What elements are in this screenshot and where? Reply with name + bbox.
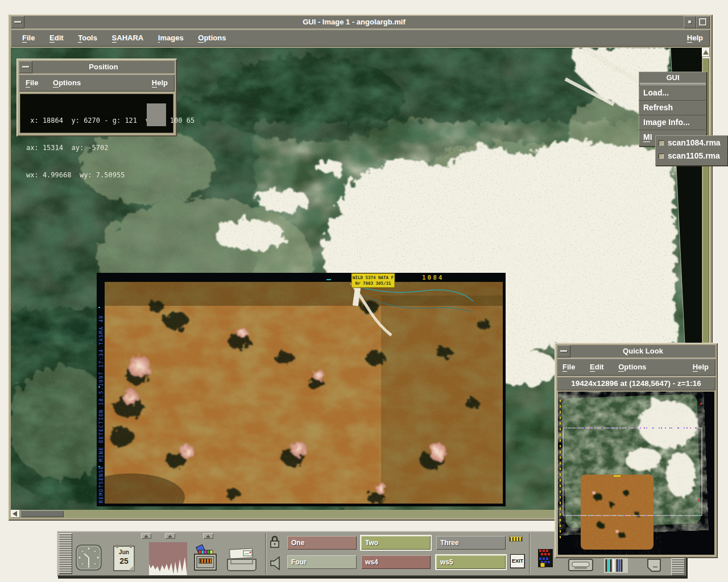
- panel-right-handle[interactable]: [671, 558, 685, 575]
- workspace-button-three[interactable]: Three: [436, 536, 506, 550]
- menu-file[interactable]: File: [21, 30, 36, 47]
- position-window: Position File Options Help x: 18864 y: 6…: [16, 59, 177, 136]
- position-menu-file[interactable]: File: [24, 74, 39, 92]
- exit-button[interactable]: EXIT: [510, 554, 525, 568]
- maximize-icon: [699, 18, 706, 26]
- workspace-button-four[interactable]: Four: [287, 555, 357, 569]
- trash-icon[interactable]: [646, 558, 662, 572]
- submenu-scan1084[interactable]: scan1084.rma: [655, 135, 728, 149]
- scroll-left-button[interactable]: [11, 510, 20, 518]
- window-menu-icon: [560, 350, 567, 352]
- checkbox-icon[interactable]: [659, 140, 664, 146]
- quicklook-menu-button[interactable]: [557, 345, 570, 357]
- clock-icon[interactable]: [76, 544, 102, 571]
- svg-text:Nr 7003 305/31: Nr 7003 305/31: [355, 281, 391, 286]
- minimize-button[interactable]: [684, 16, 696, 28]
- pixel-color-swatch: [147, 103, 166, 126]
- position-line-axy: ax: 15314 ay: -5702: [26, 143, 173, 152]
- app-manager-icon[interactable]: [533, 547, 557, 569]
- workspace-button-ws4[interactable]: ws4: [361, 555, 431, 569]
- menu-tools[interactable]: Tools: [77, 30, 98, 47]
- printer-icon[interactable]: [568, 558, 594, 573]
- left-arrow-icon: [13, 511, 17, 517]
- panel-left-handle[interactable]: [59, 533, 72, 574]
- photo-edge-text: REMOTSENSE MINE DETECTION 18.5.1997 17:3…: [98, 315, 104, 503]
- main-window-title: GUI - Image 1 - angolargb.mif: [303, 18, 406, 26]
- quicklook-title-bar[interactable]: Quick Look: [570, 345, 715, 357]
- quicklook-menu-help[interactable]: Help: [693, 359, 709, 376]
- aerial-photo-image[interactable]: REMOTSENSE MINE DETECTION 18.5.1997 17:3…: [97, 273, 506, 506]
- main-menubar: File Edit Tools SAHARA Images Options He…: [11, 30, 710, 47]
- submenu-scan1105[interactable]: scan1105.rma: [655, 149, 728, 163]
- gui-menu-load[interactable]: Load...: [639, 85, 707, 100]
- style-manager-icon[interactable]: [604, 558, 628, 573]
- audio-icon[interactable]: [270, 556, 281, 571]
- quicklook-menubar: File Edit Options Help: [557, 359, 715, 376]
- quicklook-menu-file[interactable]: File: [561, 359, 576, 376]
- quicklook-menu-options[interactable]: Options: [617, 359, 647, 376]
- window-menu-icon: [14, 21, 21, 23]
- aerial-photo-overlay[interactable]: REMOTSENSE MINE DETECTION 18.5.1997 17:3…: [97, 273, 506, 506]
- desktop: GUI - Image 1 - angolargb.mif File Edit …: [0, 0, 728, 582]
- scroll-up-button[interactable]: [702, 48, 710, 57]
- svg-text:WILD 5374 NATA F: WILD 5374 NATA F: [353, 275, 394, 280]
- gui-menu-refresh[interactable]: Refresh: [639, 100, 707, 115]
- quicklook-title: Quick Look: [623, 347, 663, 355]
- mail-icon[interactable]: [226, 547, 257, 572]
- subpanel-tab-2[interactable]: [165, 533, 175, 539]
- busy-light: [510, 537, 522, 541]
- subpanel-tab-3[interactable]: [203, 533, 213, 539]
- position-menu-help[interactable]: Help: [152, 74, 168, 92]
- quicklook-thumbnail-image[interactable]: [558, 392, 714, 555]
- minimize-icon: [688, 20, 691, 23]
- main-title-bar[interactable]: GUI - Image 1 - angolargb.mif: [24, 16, 684, 28]
- position-title-bar[interactable]: Position: [32, 61, 175, 73]
- quick-look-window: Quick Look File Edit Options Help 19424x…: [555, 343, 718, 558]
- calendar-day: 25: [113, 556, 135, 566]
- gui-menu-image-info[interactable]: Image Info...: [639, 115, 707, 130]
- position-menu-button[interactable]: [19, 61, 32, 73]
- quicklook-status: 19424x12896 at (1248,5647) - z=1:16: [557, 377, 715, 390]
- workspace-button-two[interactable]: Two: [361, 536, 431, 550]
- menu-sahara[interactable]: SAHARA: [111, 30, 145, 47]
- position-title: Position: [89, 63, 118, 71]
- quicklook-menu-edit[interactable]: Edit: [589, 359, 605, 376]
- workspace-button-ws5[interactable]: ws5: [436, 555, 506, 569]
- photo-frame-number: 1084: [422, 274, 444, 281]
- panel-divider-1: [265, 533, 267, 574]
- lock-icon[interactable]: [270, 535, 280, 549]
- histogram-icon[interactable]: [149, 542, 187, 575]
- mifs-submenu: scan1084.rma scan1105.rma: [655, 135, 728, 166]
- gui-menu-title: GUI: [639, 72, 707, 83]
- position-line-wxy: wx: 4.99668 wy: 7.50955: [26, 171, 173, 180]
- maximize-button[interactable]: [696, 16, 710, 28]
- menu-images[interactable]: Images: [157, 30, 185, 47]
- calendar-month: Jun: [113, 549, 135, 555]
- menu-help[interactable]: Help: [687, 30, 703, 47]
- horizontal-scroll-thumb[interactable]: [20, 510, 64, 517]
- file-manager-icon[interactable]: [193, 544, 218, 572]
- subpanel-tab-1[interactable]: [141, 533, 151, 539]
- position-menubar: File Options Help: [19, 74, 175, 92]
- checkbox-icon[interactable]: [659, 153, 664, 159]
- workspace-button-one[interactable]: One: [287, 536, 357, 550]
- position-menu-options[interactable]: Options: [52, 74, 82, 92]
- quicklook-thumbnail[interactable]: [558, 392, 714, 555]
- photo-data-label: WILD 5374 NATA F Nr 7003 305/31: [351, 273, 395, 288]
- panel-divider-2: [529, 533, 531, 574]
- window-menu-button[interactable]: [11, 16, 24, 28]
- menu-edit[interactable]: Edit: [48, 30, 65, 47]
- up-arrow-icon: [703, 50, 709, 55]
- menu-options[interactable]: Options: [197, 30, 227, 47]
- calendar-icon[interactable]: Jun 25: [113, 544, 135, 572]
- window-menu-icon: [22, 66, 29, 68]
- position-readout: x: 18864 y: 6270 - g: 121 v: 87 100 65 a…: [20, 94, 173, 133]
